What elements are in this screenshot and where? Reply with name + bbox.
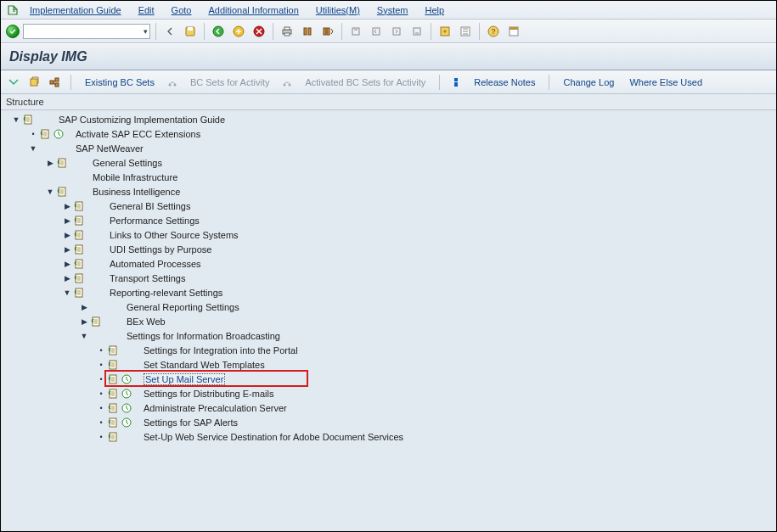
doc-icon[interactable] xyxy=(55,156,69,170)
tree-row[interactable]: •Set Up Mail Server xyxy=(1,372,776,386)
doc-icon[interactable] xyxy=(106,344,120,357)
tree-toggle[interactable]: ▼ xyxy=(45,187,55,197)
tree-row[interactable]: ▶BEx Web xyxy=(1,314,776,328)
doc-icon[interactable] xyxy=(21,113,35,126)
tree-toggle[interactable]: ▶ xyxy=(62,201,72,211)
doc-icon[interactable] xyxy=(72,243,86,256)
tree-label[interactable]: Administrate Precalculation Server xyxy=(138,403,287,413)
img-tree[interactable]: ▼SAP Customizing Implementation Guide•Ac… xyxy=(1,110,776,532)
tree-toggle[interactable]: • xyxy=(96,417,106,428)
doc-icon[interactable] xyxy=(106,401,120,415)
doc-icon[interactable] xyxy=(72,272,86,285)
tree-toggle[interactable]: ▶ xyxy=(45,158,55,168)
tree-label[interactable]: SAP NetWeaver xyxy=(70,143,144,154)
execute-icon[interactable] xyxy=(120,416,133,429)
tree-toggle[interactable]: ▶ xyxy=(62,273,72,283)
tree-toggle[interactable]: • xyxy=(96,345,106,356)
tree-label[interactable]: UDI Settings by Purpose xyxy=(104,244,211,255)
tree-row[interactable]: ▶Links to Other Source Systems xyxy=(1,227,776,242)
tree-label[interactable]: BEx Web xyxy=(121,316,166,327)
back-green-button[interactable] xyxy=(210,23,227,40)
exit-button[interactable] xyxy=(230,23,247,40)
doc-icon[interactable] xyxy=(106,430,120,444)
next-page-button[interactable] xyxy=(388,23,405,40)
menu-goto[interactable]: Goto xyxy=(165,3,199,17)
tree-row[interactable]: ▶UDI Settings by Purpose xyxy=(1,242,776,256)
tree-toggle[interactable]: ▶ xyxy=(62,216,72,226)
last-page-button[interactable] xyxy=(408,23,425,40)
tree-toggle[interactable]: ▼ xyxy=(79,331,89,341)
where-used-button[interactable] xyxy=(47,75,62,90)
tree-label[interactable]: Settings for Information Broadcasting xyxy=(121,331,280,341)
tree-toggle[interactable]: ▼ xyxy=(28,143,38,154)
tree-row[interactable]: •Set-Up Web Service Destination for Adob… xyxy=(1,429,776,444)
enter-button[interactable] xyxy=(6,25,20,38)
menu-help[interactable]: Help xyxy=(419,3,452,17)
doc-icon[interactable] xyxy=(89,315,103,328)
tree-row[interactable]: ▶General BI Settings xyxy=(1,199,776,213)
tree-label[interactable]: Links to Other Source Systems xyxy=(104,230,239,240)
tree-row[interactable]: ▶Transport Settings xyxy=(1,271,776,285)
find-next-button[interactable] xyxy=(319,23,336,40)
save-button[interactable] xyxy=(182,23,199,40)
menu-additional-information[interactable]: Additional Information xyxy=(201,3,305,17)
tree-toggle[interactable]: ▶ xyxy=(79,316,89,327)
execute-icon[interactable] xyxy=(52,127,65,141)
tree-row[interactable]: ▶General Settings xyxy=(1,155,776,170)
layout-button[interactable] xyxy=(505,23,522,40)
find-button[interactable] xyxy=(299,23,316,40)
tree-toggle[interactable]: • xyxy=(96,374,106,384)
tree-toggle[interactable]: • xyxy=(96,432,106,442)
tree-label[interactable]: Automated Processes xyxy=(104,259,201,269)
tree-label[interactable]: Transport Settings xyxy=(104,273,185,283)
tree-label[interactable]: Reporting-relevant Settings xyxy=(104,288,222,298)
tree-row[interactable]: ▶Performance Settings xyxy=(1,213,776,227)
doc-icon[interactable] xyxy=(72,199,86,213)
cancel-button[interactable] xyxy=(251,23,267,40)
print-button[interactable] xyxy=(279,23,296,40)
doc-icon[interactable] xyxy=(106,387,120,400)
tree-label[interactable]: Settings for Integration into the Portal xyxy=(138,345,298,356)
expand-all-button[interactable] xyxy=(6,75,21,90)
tree-toggle[interactable]: ▼ xyxy=(11,115,21,125)
tree-row[interactable]: •Settings for Distributing E-mails xyxy=(1,386,776,400)
tree-label[interactable]: Settings for SAP Alerts xyxy=(138,417,238,428)
tree-toggle[interactable]: • xyxy=(96,403,106,413)
tree-label[interactable]: Set Up Mail Server xyxy=(138,374,225,384)
tree-row[interactable]: •Activate SAP ECC Extensions xyxy=(1,126,776,141)
tree-toggle[interactable]: • xyxy=(96,389,106,399)
help-button[interactable]: ? xyxy=(485,23,502,40)
execute-icon[interactable] xyxy=(120,401,133,415)
tree-row[interactable]: ▼SAP NetWeaver xyxy=(1,141,776,155)
bc-sets-activity-link[interactable]: BC Sets for Activity xyxy=(185,77,275,87)
tree-label[interactable]: Activate SAP ECC Extensions xyxy=(70,129,200,139)
doc-icon[interactable] xyxy=(38,127,52,141)
tree-label[interactable]: Business Intelligence xyxy=(87,187,180,197)
tree-row[interactable]: ▼Settings for Information Broadcasting xyxy=(1,328,776,343)
menu-system[interactable]: System xyxy=(370,3,415,17)
tree-toggle[interactable] xyxy=(45,172,55,182)
new-session-button[interactable] xyxy=(436,23,453,40)
tree-row[interactable]: •Settings for Integration into the Porta… xyxy=(1,343,776,357)
tree-label[interactable]: General Settings xyxy=(87,158,162,168)
execute-icon[interactable] xyxy=(120,372,133,386)
tree-label[interactable]: Settings for Distributing E-mails xyxy=(138,389,273,399)
back-button[interactable] xyxy=(161,23,178,40)
tree-row[interactable]: ▼Business Intelligence xyxy=(1,184,776,199)
doc-icon[interactable] xyxy=(72,228,86,242)
tree-row[interactable]: •Administrate Precalculation Server xyxy=(1,400,776,415)
tree-toggle[interactable]: • xyxy=(96,360,106,370)
tree-row[interactable]: •Settings for SAP Alerts xyxy=(1,415,776,429)
tree-row[interactable]: ▶General Reporting Settings xyxy=(1,300,776,314)
command-field[interactable]: ▾ xyxy=(23,24,150,39)
tree-label[interactable]: Set-Up Web Service Destination for Adobe… xyxy=(138,432,403,442)
where-else-used-link[interactable]: Where Else Used xyxy=(624,77,707,87)
release-notes-link[interactable]: Release Notes xyxy=(469,77,540,87)
tree-label[interactable]: Performance Settings xyxy=(104,216,200,226)
tree-label[interactable]: Set Standard Web Templates xyxy=(138,360,265,370)
create-shortcut-button[interactable] xyxy=(457,23,474,40)
change-log-link[interactable]: Change Log xyxy=(558,77,619,87)
tree-label[interactable]: General Reporting Settings xyxy=(121,302,239,312)
tree-row[interactable]: ▼Reporting-relevant Settings xyxy=(1,285,776,300)
existing-bc-sets-link[interactable]: Existing BC Sets xyxy=(80,77,160,87)
